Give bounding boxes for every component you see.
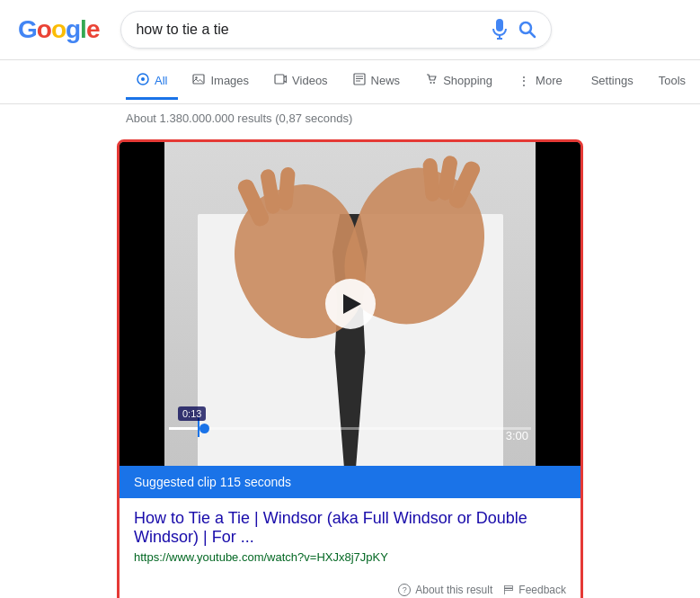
svg-point-14	[430, 82, 432, 84]
bottom-row: ? About this result ⛿ Feedback	[120, 576, 580, 598]
about-result-label: About this result	[415, 584, 492, 596]
svg-point-15	[433, 82, 435, 84]
play-button[interactable]	[325, 279, 376, 329]
tab-shopping[interactable]: Shopping	[414, 64, 503, 100]
results-info: About 1.380.000.000 results (0,87 second…	[0, 104, 700, 132]
svg-rect-9	[275, 75, 284, 84]
tab-more-label: More	[536, 74, 563, 87]
more-tab-icon: ⋮	[518, 74, 530, 88]
search-action-icons	[492, 19, 536, 40]
voice-search-icon[interactable]	[492, 19, 508, 40]
about-result-link[interactable]: ? About this result	[398, 584, 492, 596]
google-logo: Google	[18, 15, 99, 44]
svg-point-6	[141, 77, 145, 81]
tab-videos[interactable]: Videos	[263, 64, 339, 100]
tab-all-label: All	[155, 74, 167, 87]
nav-tabs: All Images Videos	[0, 60, 700, 104]
svg-rect-7	[193, 75, 204, 84]
result-info: How to Tie a Tie | Windsor (aka Full Win…	[120, 498, 580, 576]
progress-bar[interactable]	[169, 427, 531, 430]
main-content: 0:13 3:00 Suggested clip 115 seconds	[0, 139, 700, 598]
tab-images[interactable]: Images	[182, 64, 260, 100]
shopping-tab-icon	[425, 73, 438, 88]
tools-link[interactable]: Tools	[648, 65, 696, 99]
header: Google	[0, 0, 700, 60]
video-player[interactable]: 0:13 3:00	[120, 142, 580, 466]
info-icon: ?	[398, 584, 411, 596]
clip-label: Suggested clip 115 seconds	[134, 475, 291, 489]
tab-all[interactable]: All	[126, 64, 178, 100]
logo-letter-l: l	[80, 15, 86, 43]
current-time-badge: 0:13	[178, 406, 206, 421]
flag-icon: ⛿	[503, 584, 514, 596]
tab-news-label: News	[371, 74, 401, 87]
search-bar	[120, 11, 552, 49]
tools-label: Tools	[659, 74, 686, 87]
result-title[interactable]: How to Tie a Tie | Windsor (aka Full Win…	[134, 509, 566, 547]
logo-letter-g2: g	[66, 15, 80, 43]
suggested-clip-bar: Suggested clip 115 seconds	[120, 466, 580, 498]
feedback-link[interactable]: ⛿ Feedback	[503, 584, 566, 596]
video-duration: 3:00	[506, 429, 528, 442]
logo-letter-e: e	[86, 15, 100, 43]
images-tab-icon	[192, 73, 205, 88]
logo-letter-o2: o	[51, 15, 66, 43]
play-icon	[343, 294, 361, 314]
tab-videos-label: Videos	[292, 74, 328, 87]
svg-point-8	[196, 76, 198, 78]
tab-shopping-label: Shopping	[443, 74, 492, 87]
search-button-icon[interactable]	[518, 21, 536, 39]
result-url: https://www.youtube.com/watch?v=HXJx8j7J…	[134, 550, 566, 564]
all-tab-icon	[137, 73, 149, 88]
feedback-label: Feedback	[518, 584, 566, 596]
logo-letter-o1: o	[37, 15, 51, 43]
featured-card: 0:13 3:00 Suggested clip 115 seconds	[117, 139, 583, 598]
videos-tab-icon	[274, 73, 287, 88]
tab-more[interactable]: ⋮ More	[507, 65, 573, 100]
tab-news[interactable]: News	[342, 64, 412, 100]
search-input[interactable]	[136, 22, 481, 38]
settings-link[interactable]: Settings	[580, 65, 644, 99]
svg-line-4	[530, 32, 535, 37]
logo-letter-g: G	[18, 15, 37, 43]
settings-label: Settings	[591, 74, 634, 87]
progress-fill	[169, 427, 205, 430]
results-count: About 1.380.000.000 results (0,87 second…	[126, 112, 352, 125]
news-tab-icon	[353, 73, 366, 88]
tab-images-label: Images	[210, 74, 249, 87]
svg-rect-0	[496, 19, 503, 31]
progress-area	[169, 427, 531, 430]
